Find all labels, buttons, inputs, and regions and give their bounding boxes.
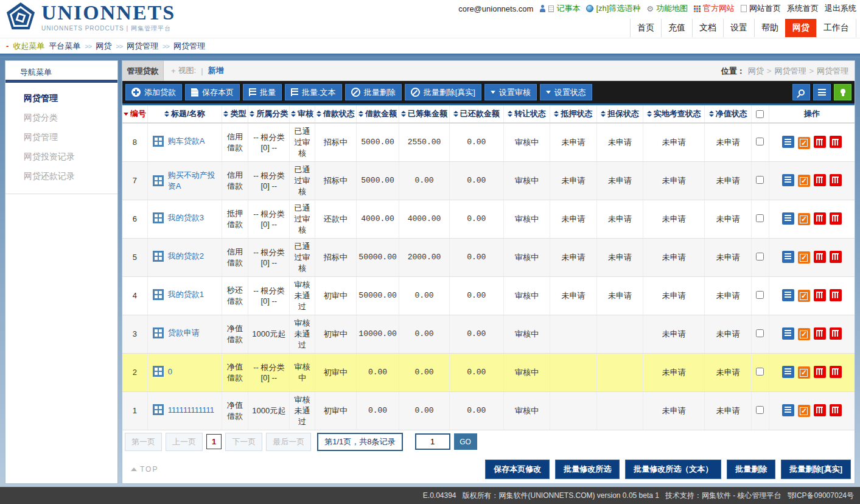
col-amount[interactable]: 借款金额 <box>356 105 399 123</box>
loan-title-link[interactable]: 111111111111 <box>153 404 214 415</box>
sidebar-item-loan-mgmt[interactable]: 网贷管理 <box>5 89 117 108</box>
row-audit-button[interactable] <box>798 366 810 379</box>
row-checkbox[interactable] <box>756 138 764 145</box>
col-mortgage[interactable]: 抵押状态 <box>550 105 596 123</box>
breadcrumb-loans[interactable]: 网贷 <box>96 41 111 52</box>
row-delete-button[interactable] <box>814 251 826 263</box>
row-delete-button[interactable] <box>814 289 826 301</box>
row-delete-real-button[interactable] <box>830 174 842 186</box>
loan-title-link[interactable]: 购买不动产投资A <box>153 170 220 192</box>
site-home-link[interactable]: 网站首页 <box>741 3 781 14</box>
row-delete-button[interactable] <box>814 366 826 378</box>
row-delete-real-button[interactable] <box>830 136 842 148</box>
col-raised[interactable]: 已筹集金额 <box>399 105 450 123</box>
row-checkbox[interactable] <box>756 406 764 414</box>
search-button[interactable] <box>792 84 810 100</box>
sidebar-item-repay-records[interactable]: 网贷还款记录 <box>5 167 117 186</box>
row-delete-real-button[interactable] <box>830 212 842 225</box>
tips-button[interactable] <box>834 84 851 100</box>
save-page-button[interactable]: 保存本页 <box>185 84 240 100</box>
batch-edit-selected-text-button[interactable]: 批量修改所选（文本） <box>625 460 721 479</box>
tab-recharge[interactable]: 充值 <box>661 19 692 37</box>
col-title[interactable]: 标题/名称 <box>147 105 222 123</box>
batch-delete-bottom-button[interactable]: 批量删除 <box>727 460 775 479</box>
row-detail-button[interactable] <box>782 136 794 148</box>
sidebar-item-loan-category[interactable]: 网贷分类 <box>5 108 117 128</box>
row-checkbox[interactable] <box>756 253 764 261</box>
breadcrumb-loan-mgmt[interactable]: 网贷管理 <box>127 41 158 52</box>
row-delete-real-button[interactable] <box>830 251 842 263</box>
row-delete-button[interactable] <box>814 136 826 148</box>
select-all-checkbox[interactable] <box>756 110 764 118</box>
batch-button[interactable]: 批量 <box>243 84 282 100</box>
batch-edit-selected-button[interactable]: 批量修改所选 <box>555 460 620 479</box>
add-loan-button[interactable]: 添加贷款 <box>125 84 182 100</box>
row-audit-button[interactable] <box>798 328 810 340</box>
system-home-link[interactable]: 系统首页 <box>787 3 819 14</box>
batch-delete-real-button[interactable]: 批量删除[真实] <box>405 84 481 100</box>
logout-link[interactable]: 退出系统 <box>825 3 856 14</box>
row-checkbox[interactable] <box>756 176 764 184</box>
row-audit-button[interactable] <box>798 251 810 264</box>
col-audit[interactable]: 审核 <box>290 105 315 123</box>
row-delete-real-button[interactable] <box>830 366 842 378</box>
col-guarantee[interactable]: 担保状态 <box>596 105 643 123</box>
row-detail-button[interactable] <box>782 174 794 186</box>
col-networth[interactable]: 净值状态 <box>705 105 751 123</box>
collapse-menu-link[interactable]: 收起菜单 <box>13 41 44 52</box>
tab-docs[interactable]: 文档 <box>692 19 723 37</box>
batch-delete-real-bottom-button[interactable]: 批量删除[真实] <box>781 460 851 479</box>
back-to-top-link[interactable]: TOP <box>131 465 158 474</box>
goto-page-input[interactable] <box>415 433 450 450</box>
row-delete-button[interactable] <box>814 404 826 416</box>
tab-home[interactable]: 首页 <box>630 19 661 37</box>
row-delete-real-button[interactable] <box>830 289 842 301</box>
row-detail-button[interactable] <box>782 327 794 340</box>
batch-text-button[interactable]: 批量.文本 <box>285 84 342 100</box>
loan-title-link[interactable]: 我的贷款2 <box>153 251 204 262</box>
location-loan-mgmt-2[interactable]: 网贷管理 <box>817 66 848 77</box>
loan-title-link[interactable]: 我的贷款3 <box>153 212 204 223</box>
row-delete-real-button[interactable] <box>830 404 842 416</box>
col-transfer[interactable]: 转让状态 <box>503 105 550 123</box>
row-detail-button[interactable] <box>782 212 794 225</box>
loan-title-link[interactable]: 我的贷款1 <box>153 289 204 300</box>
first-page-button[interactable]: 第一页 <box>125 433 162 451</box>
row-checkbox[interactable] <box>756 368 764 376</box>
col-id[interactable]: 编号 <box>122 105 147 123</box>
sidebar-item-invest-records[interactable]: 网贷投资记录 <box>5 147 117 167</box>
tab-workbench[interactable]: 工作台 <box>816 19 856 37</box>
location-loans[interactable]: 网贷 <box>748 66 764 77</box>
last-page-button[interactable]: 最后一页 <box>266 433 311 451</box>
loan-title-link[interactable]: 贷款申请 <box>153 327 200 338</box>
col-category[interactable]: 所属分类 <box>248 105 290 123</box>
breadcrumb-loan-mgmt-2[interactable]: 网贷管理 <box>173 41 205 52</box>
row-detail-button[interactable] <box>782 404 794 416</box>
row-delete-real-button[interactable] <box>830 327 842 340</box>
function-map-link[interactable]: ⚙ 功能地图 <box>646 3 688 14</box>
row-checkbox[interactable] <box>756 214 764 222</box>
save-page-edits-button[interactable]: 保存本页修改 <box>485 460 550 479</box>
list-view-button[interactable] <box>813 84 831 100</box>
row-audit-button[interactable] <box>798 213 810 225</box>
location-loan-mgmt[interactable]: 网贷管理 <box>774 66 806 77</box>
next-page-button[interactable]: 下一页 <box>225 433 262 451</box>
set-status-dropdown[interactable]: 设置状态 <box>540 84 592 100</box>
row-detail-button[interactable] <box>782 366 794 378</box>
tab-help[interactable]: 帮助 <box>754 19 785 37</box>
view-new-link[interactable]: 新增 <box>208 65 224 76</box>
batch-delete-button[interactable]: 批量删除 <box>345 84 402 100</box>
prev-page-button[interactable]: 上一页 <box>166 433 203 451</box>
set-audit-dropdown[interactable]: 设置审核 <box>484 84 537 100</box>
row-audit-button[interactable] <box>798 405 810 417</box>
row-delete-button[interactable] <box>814 212 826 225</box>
row-detail-button[interactable] <box>782 251 794 263</box>
row-checkbox[interactable] <box>756 291 764 299</box>
sidebar-tab-nav-menu[interactable]: 导航菜单 <box>12 65 60 80</box>
breadcrumb-platform-menu[interactable]: 平台菜单 <box>49 41 80 52</box>
sidebar-item-loan-mgmt-2[interactable]: 网贷管理 <box>5 128 117 147</box>
row-audit-button[interactable] <box>798 290 810 302</box>
loan-title-link[interactable]: 购车贷款A <box>153 136 205 147</box>
row-delete-button[interactable] <box>814 327 826 340</box>
row-detail-button[interactable] <box>782 289 794 301</box>
